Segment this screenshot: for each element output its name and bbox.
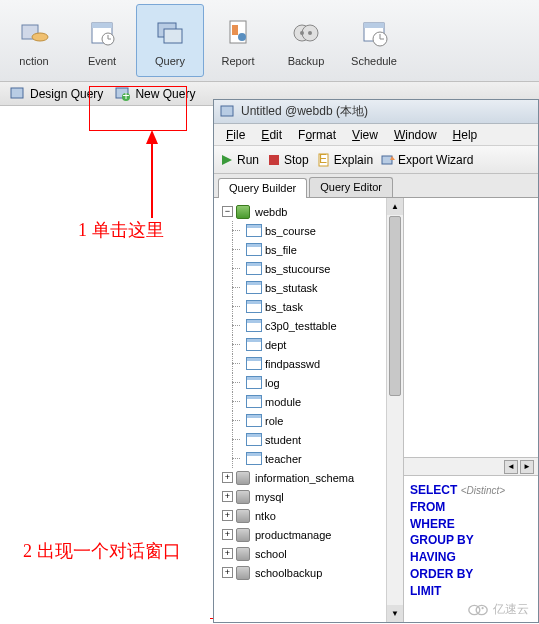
run-button[interactable]: Run <box>220 153 259 167</box>
right-panel: ◄ ► SELECT <Distinct> FROM WHERE GROUP B… <box>404 198 538 622</box>
tree-panel[interactable]: −webdbbs_coursebs_filebs_stucoursebs_stu… <box>214 198 404 622</box>
menu-view[interactable]: View <box>346 126 384 144</box>
dialog-titlebar[interactable]: Untitled @webdb (本地) <box>214 100 538 124</box>
query-button[interactable]: Query <box>136 4 204 77</box>
table-icon <box>246 357 262 371</box>
table-icon <box>246 338 262 352</box>
svg-point-37 <box>476 605 487 614</box>
svg-rect-10 <box>232 25 238 35</box>
new-query-button[interactable]: + New Query <box>109 84 201 104</box>
tree-table-item[interactable]: bs_stucourse <box>218 259 403 278</box>
explain-button[interactable]: E Explain <box>317 153 373 167</box>
menu-window[interactable]: Window <box>388 126 443 144</box>
tree-root-node[interactable]: −webdb <box>218 202 403 221</box>
tree-expand-icon[interactable]: + <box>222 529 233 540</box>
svg-rect-31 <box>269 155 279 165</box>
menubar: File Edit Format View Window Help <box>214 124 538 146</box>
tree-table-item[interactable]: log <box>218 373 403 392</box>
export-wizard-label: Export Wizard <box>398 153 473 167</box>
tree-table-item[interactable]: bs_task <box>218 297 403 316</box>
tab-query-builder[interactable]: Query Builder <box>218 178 307 198</box>
tree-table-label: dept <box>265 339 286 351</box>
design-query-label: Design Query <box>30 87 103 101</box>
tree-table-item[interactable]: teacher <box>218 449 403 468</box>
tree-table-item[interactable]: bs_stutask <box>218 278 403 297</box>
query-dialog: Untitled @webdb (本地) File Edit Format Vi… <box>213 99 539 623</box>
tree-expand-icon[interactable]: + <box>222 548 233 559</box>
tree-table-item[interactable]: c3p0_testtable <box>218 316 403 335</box>
run-icon <box>220 153 234 167</box>
main-toolbar: nction Event Query Report Backup Schedul… <box>0 0 539 82</box>
tree-table-label: teacher <box>265 453 302 465</box>
tree-table-item[interactable]: bs_file <box>218 240 403 259</box>
tree-table-label: bs_course <box>265 225 316 237</box>
tree-table-label: c3p0_testtable <box>265 320 337 332</box>
scroll-left-icon[interactable]: ◄ <box>504 460 518 474</box>
tree-table-item[interactable]: dept <box>218 335 403 354</box>
tree-db-label: productmanage <box>255 529 331 541</box>
export-wizard-button[interactable]: Export Wizard <box>381 153 473 167</box>
scroll-up-icon[interactable]: ▲ <box>387 198 403 215</box>
tree-expand-icon[interactable]: + <box>222 510 233 521</box>
svg-rect-29 <box>221 106 233 116</box>
tree-expand-icon[interactable]: + <box>222 472 233 483</box>
svg-point-38 <box>481 607 483 609</box>
tree-db-item[interactable]: +information_schema <box>218 468 403 487</box>
tree-table-label: bs_stutask <box>265 282 318 294</box>
tree-table-label: student <box>265 434 301 446</box>
tree-db-item[interactable]: +school <box>218 544 403 563</box>
tree-table-item[interactable]: findpasswd <box>218 354 403 373</box>
menu-help[interactable]: Help <box>447 126 484 144</box>
query-icon <box>152 15 188 51</box>
tree-collapse-icon[interactable]: − <box>222 206 233 217</box>
tree-table-item[interactable]: role <box>218 411 403 430</box>
tree-expand-icon[interactable]: + <box>222 567 233 578</box>
arrow-1-icon <box>138 130 168 222</box>
database-gray-icon <box>236 566 252 580</box>
database-gray-icon <box>236 490 252 504</box>
tree-table-item[interactable]: bs_course <box>218 221 403 240</box>
tree-db-item[interactable]: +mysql <box>218 487 403 506</box>
table-icon <box>246 376 262 390</box>
table-icon <box>246 281 262 295</box>
tree-table-item[interactable]: student <box>218 430 403 449</box>
stop-button[interactable]: Stop <box>267 153 309 167</box>
tabbar: Query Builder Query Editor <box>214 174 538 198</box>
report-button[interactable]: Report <box>204 4 272 77</box>
tree-table-label: bs_stucourse <box>265 263 330 275</box>
menu-format[interactable]: Format <box>292 126 342 144</box>
tree-table-item[interactable]: module <box>218 392 403 411</box>
function-button[interactable]: nction <box>0 4 68 77</box>
table-icon <box>246 395 262 409</box>
builder-canvas[interactable] <box>404 198 538 458</box>
watermark-text: 亿速云 <box>493 601 529 618</box>
svg-rect-8 <box>164 29 182 43</box>
tree-expand-icon[interactable]: + <box>222 491 233 502</box>
tab-query-editor[interactable]: Query Editor <box>309 177 393 197</box>
stop-label: Stop <box>284 153 309 167</box>
tree-scrollbar[interactable]: ▲ ▼ <box>386 198 403 622</box>
scroll-right-icon[interactable]: ► <box>520 460 534 474</box>
event-button[interactable]: Event <box>68 4 136 77</box>
scroll-thumb[interactable] <box>389 216 401 396</box>
tree-db-item[interactable]: +ntko <box>218 506 403 525</box>
database-gray-icon <box>236 547 252 561</box>
annotation-1: 1 单击这里 <box>78 218 164 242</box>
tree-table-label: log <box>265 377 280 389</box>
tree-table-label: bs_file <box>265 244 297 256</box>
event-icon <box>84 15 120 51</box>
menu-edit[interactable]: Edit <box>255 126 288 144</box>
backup-button[interactable]: Backup <box>272 4 340 77</box>
scroll-down-icon[interactable]: ▼ <box>387 605 403 622</box>
tree-root-label: webdb <box>255 206 287 218</box>
design-query-button[interactable]: Design Query <box>4 84 109 104</box>
new-query-icon: + <box>115 86 131 102</box>
database-icon <box>236 205 252 219</box>
tree-db-item[interactable]: +schoolbackup <box>218 563 403 582</box>
event-label: Event <box>88 55 116 67</box>
schedule-button[interactable]: Schedule <box>340 4 408 77</box>
sql-from: FROM <box>410 499 532 516</box>
tree-db-label: information_schema <box>255 472 354 484</box>
tree-db-item[interactable]: +productmanage <box>218 525 403 544</box>
menu-file[interactable]: File <box>220 126 251 144</box>
